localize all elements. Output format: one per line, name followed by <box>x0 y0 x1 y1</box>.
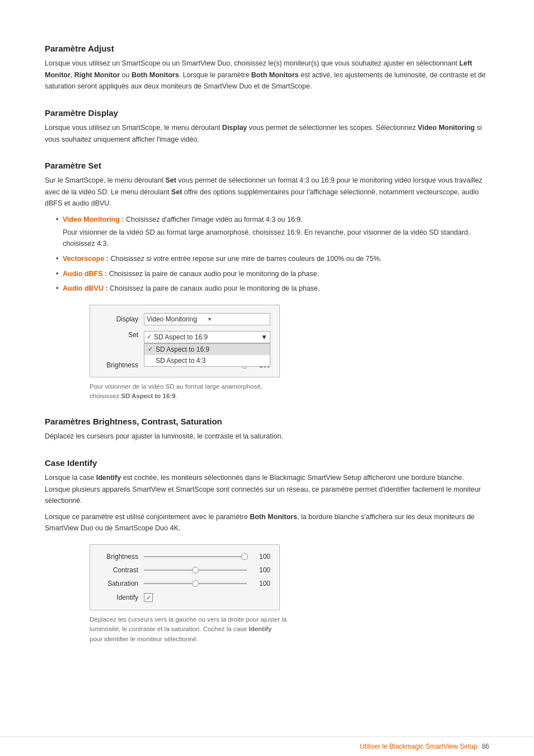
chevron-down-icon: ▼ <box>207 316 268 322</box>
brightness-slider-thumb-2 <box>241 553 248 560</box>
adjust-section: Paramètre Adjust Lorsque vous utilisez u… <box>45 44 489 92</box>
identify-section: Case Identify Lorsque la case Identify e… <box>45 458 489 644</box>
saturation-slider-thumb <box>192 580 199 587</box>
bullet-audio-dbfs: Audio dBFS : Choisissez la paire de cana… <box>56 268 489 280</box>
identify-para2: Lorsque ce paramètre est utilisé conjoin… <box>45 511 489 534</box>
identify-caption: Déplacez les curseurs vers la gauche ou … <box>90 615 489 644</box>
set-title: Paramètre Set <box>45 161 489 170</box>
brightness-row-2: Brightness 100 <box>99 553 270 561</box>
identify-title: Case Identify <box>45 458 489 468</box>
display-section: Paramètre Display Lorsque vous utilisez … <box>45 108 489 145</box>
display-title: Paramètre Display <box>45 108 489 118</box>
set-option-4-3-label: SD Aspect to 4:3 <box>156 357 205 365</box>
saturation-value: 100 <box>255 580 270 587</box>
display-para: Lorsque vous utilisez un SmartScope, le … <box>45 122 489 145</box>
chevron-down-icon2: ▼ <box>261 333 268 341</box>
set-bullet-list: Video Monitoring : Choisissez d'afficher… <box>56 214 489 295</box>
brightness-label-1: Brightness <box>99 361 144 369</box>
set-section: Paramètre Set Sur le SmartScope, le menu… <box>45 161 489 401</box>
bullet-video-monitoring: Video Monitoring : Choisissez d'afficher… <box>56 214 489 250</box>
footer-text: Utiliser le Blackmagic SmartView Setup <box>360 743 477 750</box>
identify-row: Identify ✓ <box>99 593 270 602</box>
saturation-row: Saturation 100 <box>99 580 270 587</box>
set-option-16-9[interactable]: ✓ SD Aspect to 16:9 <box>144 344 270 355</box>
contrast-label: Contrast <box>99 566 144 574</box>
set-dropdown-selected[interactable]: ✓ SD Aspect to 16:9 ▼ <box>144 331 270 343</box>
identify-checkbox-label: Identify <box>99 594 144 601</box>
brightness-slider-2[interactable] <box>144 556 247 557</box>
footer-page: 86 <box>482 743 489 750</box>
brightness-slider-container-2 <box>144 556 250 557</box>
set-option-16-9-label: SD Aspect to 16:9 <box>156 346 209 353</box>
identify-widget-box: Brightness 100 Contrast 100 Saturation <box>90 544 280 610</box>
brightness-para: Déplacez les curseurs pour ajuster la lu… <box>45 431 489 442</box>
brightness-value-2: 100 <box>255 553 270 561</box>
set-selected-value: SD Aspect to 16:9 <box>154 333 208 341</box>
empty-check <box>148 357 156 364</box>
contrast-slider[interactable] <box>144 570 247 571</box>
set-caption: Pour visionner de la vidéo SD au format … <box>90 382 489 402</box>
display-dropdown-value: Video Monitoring <box>147 315 207 323</box>
set-label: Set <box>99 331 144 339</box>
adjust-para: Lorsque vous utilisez un SmartScope ou u… <box>45 58 489 92</box>
set-para: Sur le SmartScope, le menu déroulant Set… <box>45 175 489 209</box>
saturation-label: Saturation <box>99 580 144 587</box>
brightness-label-2: Brightness <box>99 553 144 561</box>
check-icon: ✓ <box>147 333 152 340</box>
contrast-slider-thumb <box>192 567 199 573</box>
identify-para1: Lorsque la case Identify est cochée, les… <box>45 472 489 507</box>
footer: Utiliser le Blackmagic SmartView Setup 8… <box>0 736 534 756</box>
bullet-audio-dbvu: Audio dBVU : Choisissez la paire de cana… <box>56 283 489 295</box>
adjust-title: Paramètre Adjust <box>45 44 489 53</box>
brightness-section: Paramètres Brightness, Contrast, Saturat… <box>45 417 489 442</box>
bullet-vectorscope: Vectorscope : Choisissez si votre entrée… <box>56 253 489 265</box>
set-dropdown-wrapper: ✓ SD Aspect to 16:9 ▼ ✓ SD Aspect to 16:… <box>144 331 270 343</box>
set-widget-box: Display Video Monitoring ▼ Set ✓ SD Aspe… <box>90 305 280 377</box>
set-dropdown-list: ✓ SD Aspect to 16:9 SD Aspect to 4:3 <box>144 343 270 367</box>
contrast-row: Contrast 100 <box>99 566 270 574</box>
video-monitoring-sub: Pour visionner de la vidéo SD au format … <box>63 227 489 250</box>
brightness-title: Paramètres Brightness, Contrast, Saturat… <box>45 417 489 426</box>
display-label: Display <box>99 315 144 323</box>
saturation-slider[interactable] <box>144 583 247 584</box>
set-row: Set ✓ SD Aspect to 16:9 ▼ ✓ SD Aspect to… <box>99 331 270 343</box>
saturation-slider-container <box>144 583 250 584</box>
contrast-value: 100 <box>255 566 270 574</box>
check-mark-icon: ✓ <box>148 346 156 353</box>
display-row: Display Video Monitoring ▼ <box>99 313 270 325</box>
check-icon-identify: ✓ <box>146 594 151 601</box>
set-option-4-3[interactable]: SD Aspect to 4:3 <box>144 355 270 366</box>
identify-checkbox[interactable]: ✓ <box>144 593 153 602</box>
contrast-slider-container <box>144 570 250 571</box>
display-dropdown[interactable]: Video Monitoring ▼ <box>144 313 270 325</box>
